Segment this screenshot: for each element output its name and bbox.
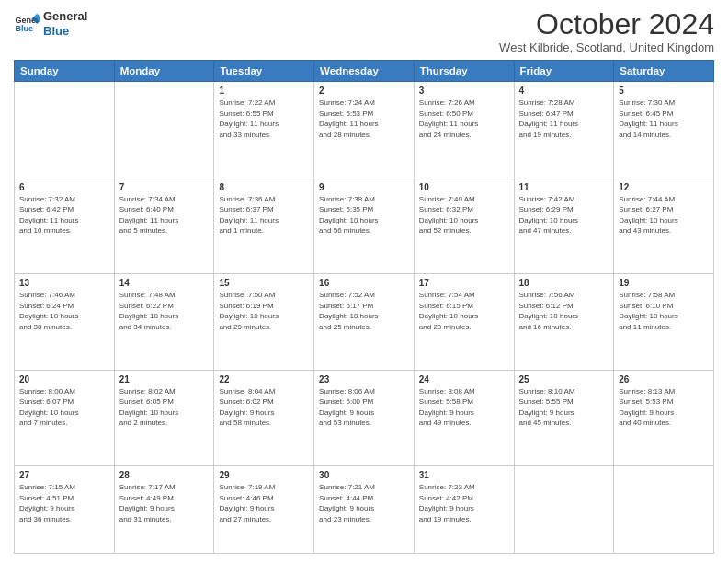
day-number: 30 [319, 470, 409, 480]
day-number: 1 [219, 86, 309, 96]
table-row: 18Sunrise: 7:56 AM Sunset: 6:12 PM Dayli… [514, 274, 614, 371]
day-info: Sunrise: 8:00 AM Sunset: 6:07 PM Dayligh… [19, 386, 109, 429]
svg-text:Blue: Blue [15, 24, 33, 33]
day-number: 2 [319, 86, 409, 96]
day-number: 25 [519, 374, 609, 385]
table-row: 27Sunrise: 7:15 AM Sunset: 4:51 PM Dayli… [15, 466, 115, 554]
location: West Kilbride, Scotland, United Kingdom [499, 40, 714, 54]
day-number: 8 [219, 182, 309, 192]
day-info: Sunrise: 8:02 AM Sunset: 6:05 PM Dayligh… [119, 386, 210, 429]
day-number: 9 [319, 182, 409, 192]
day-info: Sunrise: 7:46 AM Sunset: 6:24 PM Dayligh… [19, 290, 109, 332]
table-row: 24Sunrise: 8:08 AM Sunset: 5:58 PM Dayli… [414, 370, 514, 466]
day-info: Sunrise: 7:42 AM Sunset: 6:29 PM Dayligh… [519, 194, 609, 236]
day-info: Sunrise: 7:17 AM Sunset: 4:49 PM Dayligh… [119, 482, 210, 524]
day-info: Sunrise: 8:10 AM Sunset: 5:55 PM Dayligh… [519, 386, 609, 429]
day-info: Sunrise: 8:08 AM Sunset: 5:58 PM Dayligh… [419, 386, 509, 429]
day-number: 31 [419, 470, 509, 480]
table-row: 20Sunrise: 8:00 AM Sunset: 6:07 PM Dayli… [15, 370, 115, 466]
day-number: 12 [619, 182, 709, 192]
day-info: Sunrise: 7:26 AM Sunset: 6:50 PM Dayligh… [419, 98, 509, 140]
table-row [114, 82, 214, 178]
day-info: Sunrise: 7:24 AM Sunset: 6:53 PM Dayligh… [319, 98, 409, 140]
day-info: Sunrise: 7:28 AM Sunset: 6:47 PM Dayligh… [519, 98, 609, 140]
day-info: Sunrise: 8:04 AM Sunset: 6:02 PM Dayligh… [219, 386, 309, 429]
table-row: 30Sunrise: 7:21 AM Sunset: 4:44 PM Dayli… [314, 466, 415, 554]
table-row: 9Sunrise: 7:38 AM Sunset: 6:35 PM Daylig… [314, 178, 415, 274]
month-title: October 2024 [499, 9, 714, 39]
table-row: 31Sunrise: 7:23 AM Sunset: 4:42 PM Dayli… [414, 466, 514, 554]
day-number: 6 [19, 182, 109, 192]
table-row: 22Sunrise: 8:04 AM Sunset: 6:02 PM Dayli… [214, 370, 314, 466]
day-info: Sunrise: 7:44 AM Sunset: 6:27 PM Dayligh… [619, 194, 709, 236]
day-number: 24 [419, 374, 509, 385]
table-row: 8Sunrise: 7:36 AM Sunset: 6:37 PM Daylig… [214, 178, 314, 274]
table-row: 19Sunrise: 7:58 AM Sunset: 6:10 PM Dayli… [614, 274, 714, 371]
day-number: 3 [419, 86, 509, 96]
table-row: 14Sunrise: 7:48 AM Sunset: 6:22 PM Dayli… [114, 274, 214, 371]
logo: General Blue General Blue [14, 9, 87, 38]
day-info: Sunrise: 7:21 AM Sunset: 4:44 PM Dayligh… [319, 482, 409, 524]
col-thursday: Thursday [414, 61, 514, 82]
day-number: 28 [119, 470, 210, 480]
table-row [614, 466, 714, 554]
day-info: Sunrise: 7:15 AM Sunset: 4:51 PM Dayligh… [19, 482, 109, 524]
table-row: 3Sunrise: 7:26 AM Sunset: 6:50 PM Daylig… [414, 82, 514, 178]
day-number: 7 [119, 182, 210, 192]
logo-line1: General [43, 9, 87, 24]
day-number: 5 [619, 86, 709, 96]
calendar-header-row: Sunday Monday Tuesday Wednesday Thursday… [15, 61, 714, 82]
day-number: 17 [419, 278, 509, 288]
table-row: 7Sunrise: 7:34 AM Sunset: 6:40 PM Daylig… [114, 178, 214, 274]
logo-line2: Blue [43, 24, 87, 39]
table-row: 25Sunrise: 8:10 AM Sunset: 5:55 PM Dayli… [514, 370, 614, 466]
table-row: 21Sunrise: 8:02 AM Sunset: 6:05 PM Dayli… [114, 370, 214, 466]
day-info: Sunrise: 7:40 AM Sunset: 6:32 PM Dayligh… [419, 194, 509, 236]
day-info: Sunrise: 7:52 AM Sunset: 6:17 PM Dayligh… [319, 290, 409, 332]
day-number: 27 [19, 470, 109, 480]
calendar-week-row: 13Sunrise: 7:46 AM Sunset: 6:24 PM Dayli… [15, 274, 714, 371]
day-info: Sunrise: 7:54 AM Sunset: 6:15 PM Dayligh… [419, 290, 509, 332]
col-saturday: Saturday [614, 61, 714, 82]
table-row: 5Sunrise: 7:30 AM Sunset: 6:45 PM Daylig… [614, 82, 714, 178]
logo-text: General Blue [43, 9, 87, 38]
table-row: 10Sunrise: 7:40 AM Sunset: 6:32 PM Dayli… [414, 178, 514, 274]
col-wednesday: Wednesday [314, 61, 415, 82]
day-number: 23 [319, 374, 409, 385]
calendar: Sunday Monday Tuesday Wednesday Thursday… [14, 60, 714, 554]
day-number: 13 [19, 278, 109, 288]
day-number: 20 [19, 374, 109, 385]
table-row [15, 82, 115, 178]
day-number: 14 [119, 278, 210, 288]
day-number: 16 [319, 278, 409, 288]
day-number: 4 [519, 86, 609, 96]
table-row: 12Sunrise: 7:44 AM Sunset: 6:27 PM Dayli… [614, 178, 714, 274]
table-row [514, 466, 614, 554]
table-row: 17Sunrise: 7:54 AM Sunset: 6:15 PM Dayli… [414, 274, 514, 371]
day-info: Sunrise: 7:34 AM Sunset: 6:40 PM Dayligh… [119, 194, 210, 236]
col-tuesday: Tuesday [214, 61, 314, 82]
table-row: 23Sunrise: 8:06 AM Sunset: 6:00 PM Dayli… [314, 370, 415, 466]
day-number: 22 [219, 374, 309, 385]
day-number: 11 [519, 182, 609, 192]
title-section: October 2024 West Kilbride, Scotland, Un… [499, 9, 714, 54]
day-info: Sunrise: 7:22 AM Sunset: 6:55 PM Dayligh… [219, 98, 309, 140]
header: General Blue General Blue October 2024 W… [14, 9, 714, 54]
table-row: 2Sunrise: 7:24 AM Sunset: 6:53 PM Daylig… [314, 82, 415, 178]
col-sunday: Sunday [15, 61, 115, 82]
page: General Blue General Blue October 2024 W… [0, 0, 728, 563]
table-row: 13Sunrise: 7:46 AM Sunset: 6:24 PM Dayli… [15, 274, 115, 371]
day-info: Sunrise: 7:19 AM Sunset: 4:46 PM Dayligh… [219, 482, 309, 524]
day-info: Sunrise: 7:38 AM Sunset: 6:35 PM Dayligh… [319, 194, 409, 236]
table-row: 29Sunrise: 7:19 AM Sunset: 4:46 PM Dayli… [214, 466, 314, 554]
day-number: 15 [219, 278, 309, 288]
day-info: Sunrise: 7:23 AM Sunset: 4:42 PM Dayligh… [419, 482, 509, 524]
day-info: Sunrise: 8:13 AM Sunset: 5:53 PM Dayligh… [619, 386, 709, 429]
day-number: 26 [619, 374, 709, 385]
table-row: 28Sunrise: 7:17 AM Sunset: 4:49 PM Dayli… [114, 466, 214, 554]
day-number: 29 [219, 470, 309, 480]
calendar-week-row: 27Sunrise: 7:15 AM Sunset: 4:51 PM Dayli… [15, 466, 714, 554]
day-info: Sunrise: 7:58 AM Sunset: 6:10 PM Dayligh… [619, 290, 709, 332]
col-friday: Friday [514, 61, 614, 82]
calendar-week-row: 1Sunrise: 7:22 AM Sunset: 6:55 PM Daylig… [15, 82, 714, 178]
